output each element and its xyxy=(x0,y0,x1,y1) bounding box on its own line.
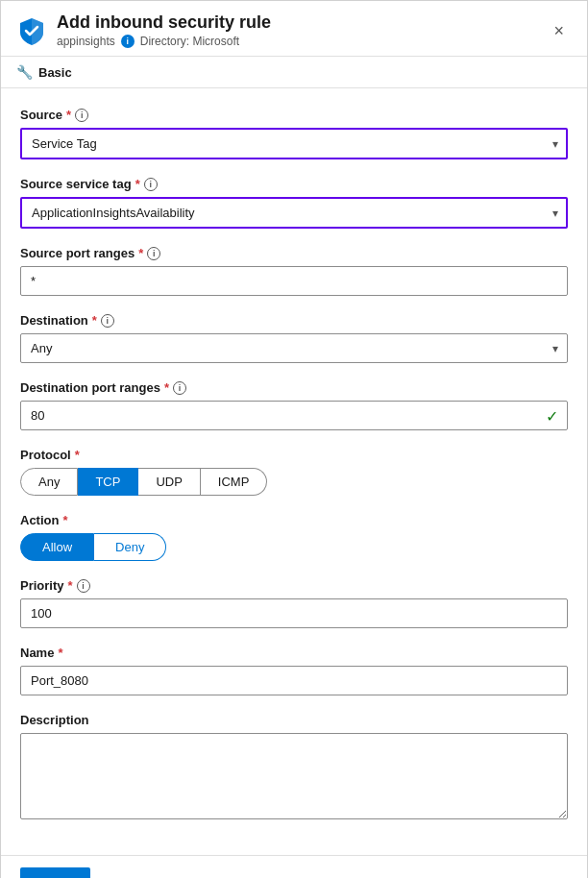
protocol-required: * xyxy=(75,448,80,462)
destination-group: Destination * i Any ▾ xyxy=(20,313,568,363)
source-info-icon[interactable]: i xyxy=(75,109,88,122)
destination-port-ranges-input-wrapper: ✓ xyxy=(20,401,568,430)
source-port-ranges-info-icon[interactable]: i xyxy=(147,247,160,260)
tab-basic[interactable]: Basic xyxy=(38,65,72,80)
source-port-ranges-label: Source port ranges * i xyxy=(20,246,568,260)
source-port-ranges-required: * xyxy=(138,246,143,260)
close-button[interactable]: × xyxy=(546,18,572,43)
priority-group: Priority * i xyxy=(20,578,568,628)
priority-info-icon[interactable]: i xyxy=(77,579,90,593)
panel-footer: Add xyxy=(1,855,587,878)
tab-bar: 🔧 Basic xyxy=(1,57,587,88)
header-left: Add inbound security rule appinsights i … xyxy=(16,12,271,48)
protocol-tcp-button[interactable]: TCP xyxy=(78,468,138,496)
destination-info-icon[interactable]: i xyxy=(101,314,114,328)
description-textarea[interactable] xyxy=(20,733,568,819)
source-port-ranges-input[interactable] xyxy=(20,266,568,296)
source-required: * xyxy=(66,108,71,122)
panel-body: Source * i Service Tag ▾ Source service … xyxy=(1,88,587,855)
app-name: appinsights xyxy=(57,35,115,48)
destination-port-ranges-group: Destination port ranges * i ✓ xyxy=(20,380,568,430)
protocol-label: Protocol * xyxy=(20,448,568,462)
source-service-tag-info-icon[interactable]: i xyxy=(144,178,158,191)
panel-title: Add inbound security rule xyxy=(57,12,271,33)
source-service-tag-group: Source service tag * i ApplicationInsigh… xyxy=(20,177,568,229)
action-allow-button[interactable]: Allow xyxy=(20,533,94,561)
title-group: Add inbound security rule appinsights i … xyxy=(57,12,271,48)
destination-select[interactable]: Any xyxy=(20,333,568,363)
description-group: Description xyxy=(20,713,568,822)
action-deny-button[interactable]: Deny xyxy=(94,533,166,561)
name-input[interactable] xyxy=(20,666,568,695)
action-label: Action * xyxy=(20,513,568,527)
source-service-tag-label: Source service tag * i xyxy=(20,177,568,191)
source-select-wrapper: Service Tag ▾ xyxy=(20,128,568,159)
priority-required: * xyxy=(68,578,73,593)
name-group: Name * xyxy=(20,646,568,695)
priority-label: Priority * i xyxy=(20,578,568,593)
name-label: Name * xyxy=(20,646,568,660)
protocol-toggle-group: Any TCP UDP ICMP xyxy=(20,468,568,496)
destination-label: Destination * i xyxy=(20,313,568,328)
destination-port-ranges-info-icon[interactable]: i xyxy=(173,381,186,395)
panel-header: Add inbound security rule appinsights i … xyxy=(1,1,587,57)
protocol-group: Protocol * Any TCP UDP ICMP xyxy=(20,448,568,496)
source-group: Source * i Service Tag ▾ xyxy=(20,108,568,159)
add-button[interactable]: Add xyxy=(20,867,90,878)
action-required: * xyxy=(62,513,67,527)
protocol-any-button[interactable]: Any xyxy=(20,468,78,496)
destination-port-ranges-input[interactable] xyxy=(20,401,568,430)
tab-icon: 🔧 xyxy=(16,64,33,80)
protocol-icmp-button[interactable]: ICMP xyxy=(201,468,268,496)
source-port-ranges-group: Source port ranges * i xyxy=(20,246,568,296)
add-inbound-security-rule-panel: Add inbound security rule appinsights i … xyxy=(0,0,588,878)
shield-icon xyxy=(16,15,47,46)
name-required: * xyxy=(58,646,62,660)
source-service-tag-required: * xyxy=(135,177,140,191)
priority-input[interactable] xyxy=(20,598,568,628)
destination-select-wrapper: Any ▾ xyxy=(20,333,568,363)
panel-subtitle: appinsights i Directory: Microsoft xyxy=(57,35,271,48)
directory-info-icon: i xyxy=(121,35,135,48)
protocol-udp-button[interactable]: UDP xyxy=(138,468,200,496)
directory-label: Directory: Microsoft xyxy=(140,35,239,48)
description-label: Description xyxy=(20,713,568,727)
source-label: Source * i xyxy=(20,108,568,122)
action-group: Action * Allow Deny xyxy=(20,513,568,561)
destination-port-check-icon: ✓ xyxy=(546,406,558,425)
destination-port-ranges-label: Destination port ranges * i xyxy=(20,380,568,395)
destination-required: * xyxy=(92,313,97,328)
action-toggle-group: Allow Deny xyxy=(20,533,568,561)
destination-port-ranges-required: * xyxy=(164,380,169,395)
source-service-tag-select-wrapper: ApplicationInsightsAvailability ▾ xyxy=(20,197,568,229)
source-select[interactable]: Service Tag xyxy=(20,128,568,159)
source-service-tag-select[interactable]: ApplicationInsightsAvailability xyxy=(20,197,568,229)
